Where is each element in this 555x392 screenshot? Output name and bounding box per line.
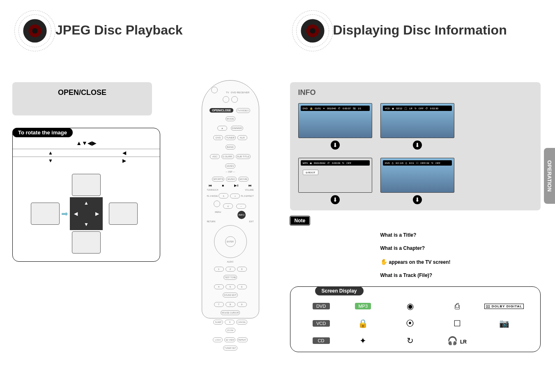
operation-tab: OPERATION xyxy=(544,148,555,204)
rotate-thumb-top xyxy=(72,174,101,196)
openclose-panel: OPEN/CLOSE xyxy=(12,82,152,115)
down-arrow-icon: ⬇ xyxy=(331,141,340,150)
svg-point-4 xyxy=(32,28,37,33)
title-chapter-icon: ⎙ xyxy=(455,302,460,311)
note-badge: Note xyxy=(290,216,310,225)
info-label: INFO xyxy=(298,88,532,97)
arrow-right-icon: ➡ xyxy=(61,209,68,219)
screen-display-panel: Screen Display DVD MP3 ◉ ⎙ ▯▯ DOLBY DIGI… xyxy=(290,286,541,352)
faq-section: What is a Title? What is a Chapter? ✋app… xyxy=(380,232,543,278)
svg-point-9 xyxy=(310,28,315,33)
remote-info-button[interactable]: INFO xyxy=(237,211,246,219)
rotate-thumb-right xyxy=(109,203,138,225)
remote-dpad[interactable]: ENTER xyxy=(214,225,247,258)
rotate-arrows-icon: ▲▼◀▶ xyxy=(13,137,160,149)
screen-vcd: VCD ◉ 02/12 🎧 LR ↻ OFF ⏱ 0:02:30 ⬇ xyxy=(380,103,454,150)
down-arrow-icon: ⬇ xyxy=(413,141,422,150)
faq-chapter: What is a Chapter? xyxy=(380,245,543,251)
hand-icon: ✋ xyxy=(380,258,387,265)
tag-cd: CD xyxy=(313,337,330,344)
tag-dvd: DVD xyxy=(313,303,330,309)
cell-right: ▶ xyxy=(88,157,160,165)
screen-display-header: Screen Display xyxy=(315,286,364,295)
openclose-label: OPEN/CLOSE xyxy=(21,88,144,97)
audio-lr-icon: 🎧 LR xyxy=(447,336,467,346)
faq-track: What is a Track (File)? xyxy=(380,272,543,278)
remote-openclose-button[interactable]: OPEN/CLOSE xyxy=(210,108,233,113)
speaker-decor-icon xyxy=(12,8,58,53)
title-lock-icon: 🔒 xyxy=(358,318,368,328)
down-arrow-icon: ⬇ xyxy=(331,195,340,204)
repeat-icon: ↻ xyxy=(407,336,414,346)
clock-icon: ⦿ xyxy=(406,319,414,328)
power-icon xyxy=(211,87,218,93)
speaker-decor-icon xyxy=(290,8,335,53)
screen-mp3: MP3 ◉ 0021/0042 ⏱ 0:00:09 ↻ OFF⊖ ROOT ⬇ xyxy=(298,158,372,204)
screen-dvd-2: DVD ⎙ KO 1/3 ⎙ KO1 ☐ OFF/ 02 ↻ OFF ⬇ xyxy=(380,158,454,204)
rotate-thumb-bottom xyxy=(72,231,101,254)
angle-camera-icon: 📷 xyxy=(499,318,509,328)
subtitle-box-icon: ☐ xyxy=(454,318,461,328)
faq-tv-hint: ✋appears on the TV screen! xyxy=(380,258,543,265)
cell-left: ◀ xyxy=(88,149,160,157)
rotate-thumb-left xyxy=(31,203,60,225)
tag-vcd: VCD xyxy=(313,320,330,327)
rotate-panel: To rotate the image ▲▼◀▶ ▲◀ ▼▶ ➡ ▲ ◀▶ ▼ xyxy=(12,128,160,262)
cell-down: ▼ xyxy=(13,157,88,165)
rotate-table: ▲◀ ▼▶ xyxy=(13,149,160,164)
dpad-illustration: ▲ ◀▶ ▼ xyxy=(70,197,103,230)
down-arrow-icon: ⬇ xyxy=(413,195,422,204)
rotate-header: To rotate the image xyxy=(12,128,73,137)
page-title-left: JPEG Disc Playback xyxy=(55,23,183,38)
stereo-icon: ✦ xyxy=(359,336,366,346)
tag-mp3: MP3 xyxy=(355,303,371,309)
remote-control-illustration: TV DVD RECEIVER OPEN/CLOSE TV/VIDEO MODE… xyxy=(202,80,259,318)
cell-up: ▲ xyxy=(13,149,88,157)
info-panel: INFO DVD 🔒 01/01 ✦ 001/040 ⏱ 0:00:37 📷 1… xyxy=(290,82,541,210)
page-title-right: Displaying Disc Information xyxy=(333,23,507,38)
faq-title: What is a Title? xyxy=(380,232,543,238)
screen-dvd-1: DVD 🔒 01/01 ✦ 001/040 ⏱ 0:00:37 📷 1/1 ⬇ xyxy=(298,103,372,150)
rotate-thumbnail-diagram: ➡ ▲ ◀▶ ▼ xyxy=(13,173,160,255)
disc-icon: ◉ xyxy=(407,301,414,311)
dolby-icon: ▯▯ DOLBY DIGITAL xyxy=(484,304,524,309)
